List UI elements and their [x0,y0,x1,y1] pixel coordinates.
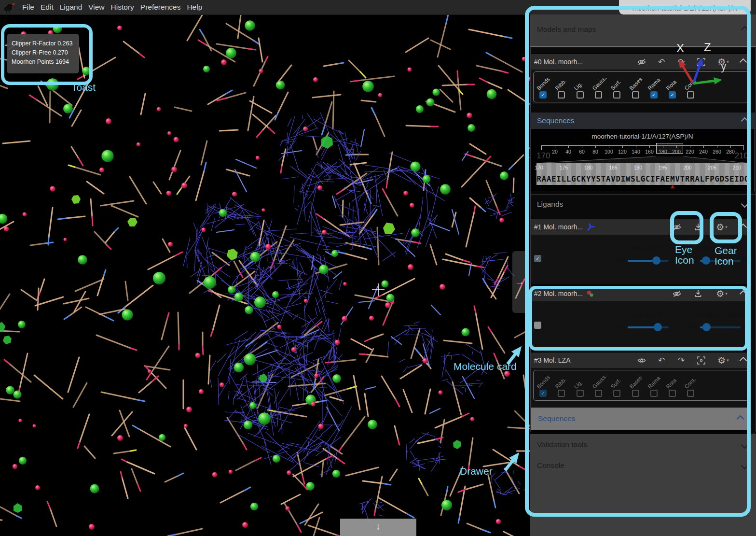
sequence-panel-empty [531,430,751,434]
rep-checkbox-rama[interactable]: ✓ [650,91,658,99]
sequence-residue[interactable]: C [646,163,650,185]
sequence-residue[interactable]: M [670,163,675,185]
menu-item-ligand[interactable]: Ligand [60,3,82,12]
menu-item-help[interactable]: Help [187,3,202,12]
menu-item-file[interactable]: File [22,3,34,12]
download-icon[interactable] [693,290,703,297]
rep-checkbox-bases[interactable] [632,390,639,397]
sequence-residue[interactable]: A [547,163,551,185]
sequence-residue[interactable]: V [675,163,680,185]
sequence-residue[interactable]: L [700,163,704,185]
sequence-residue[interactable]: G [571,163,576,185]
collapse-card-icon[interactable] [740,223,747,231]
card-2-header: #2 Mol. moorh... ⚙▾ [531,286,751,301]
rep-label-bonds: Bonds [536,76,551,91]
ruler-tick [636,146,636,148]
rep-label-cont: Cont. [684,376,697,390]
rep-label-gauss: Gauss. [591,75,607,91]
download-icon[interactable] [693,223,703,231]
sequence-residue[interactable]: T [601,163,605,185]
center-on-molecule-icon[interactable] [696,58,706,66]
ruler-tick-label: 160 [645,149,654,155]
ruler-selection-window[interactable] [656,143,683,154]
card-1-title: #1 Mol. moorh... [534,223,583,231]
bottom-panel-button[interactable]: ↓ [340,519,416,536]
settings-gear-icon[interactable]: ⚙▾ [715,289,729,298]
drawer-collapse-handle[interactable]: → [512,251,527,313]
chevron-up-icon [741,26,749,33]
level-slider-thumb[interactable] [652,256,660,265]
rep-checkbox-bonds[interactable]: ✓ [539,91,547,99]
rep-checkbox-ribb[interactable] [558,91,565,99]
collapse-card-icon[interactable] [740,356,747,364]
radius-slider[interactable] [700,260,741,262]
sequence-residue[interactable]: C [576,163,581,185]
sequence-residue[interactable]: E [551,163,556,185]
rep-checkbox-rota[interactable] [669,390,676,397]
rep-checkbox-bases[interactable] [632,91,639,99]
rep-checkbox-bonds[interactable]: ✓ [539,390,547,397]
rep-label-rama: Rama [646,77,661,91]
rep-checkbox-surf[interactable] [613,91,620,99]
radius-slider-thumb[interactable] [702,256,710,265]
menu-item-edit[interactable]: Edit [41,3,54,12]
sequence-residue[interactable]: S [596,163,601,185]
ruler-tick [622,146,623,148]
divider [530,46,756,47]
sequence-number-label: 175 [560,165,568,170]
sequence-ruler[interactable]: 20406080100120140160180200220240260280 [541,145,744,157]
radius-slider[interactable] [700,326,741,328]
card-3-header: #3 Mol. LZA ↶ ↷ ⚙▾ [531,353,751,368]
accordion-console[interactable]: Console [530,457,756,474]
rep-checkbox-lig[interactable] [577,390,584,397]
undo-icon[interactable]: ↶ [657,356,666,365]
eye-off-icon[interactable] [672,224,682,230]
sequence-residue[interactable]: D [719,163,724,185]
sequence-residue[interactable]: W [626,163,631,185]
settings-gear-icon[interactable]: ⚙▾ [715,223,729,232]
rep-checkbox-ribb[interactable] [558,390,565,397]
ruler-tick [717,146,717,148]
sequence-residue[interactable]: A [695,163,700,185]
sequence-residue[interactable]: I [620,163,625,185]
ruler-tick-label: 40 [565,149,571,155]
redo-icon[interactable]: ↷ [676,58,686,66]
menu-item-view[interactable]: View [88,3,104,12]
accordion-validation-tools[interactable]: Validation tools [530,437,756,453]
redo-icon[interactable]: ↷ [676,356,686,365]
settings-gear-icon[interactable]: ⚙▾ [716,356,730,365]
accordion-sequences[interactable]: Sequences [530,113,756,129]
map-active-checkbox[interactable]: ✓ [534,255,541,262]
rep-checkbox-cont[interactable] [687,91,694,99]
sequence-residue[interactable]: S [725,163,729,185]
rep-checkbox-lig[interactable] [577,91,584,99]
sequence-residue[interactable]: Q [744,163,749,185]
rep-checkbox-rama[interactable] [650,390,658,397]
collapse-card-icon[interactable] [740,290,747,297]
accordion-sequences-card3[interactable]: Sequences [531,408,751,430]
menu-item-preferences[interactable]: Preferences [140,3,181,12]
level-slider[interactable] [628,260,669,262]
settings-gear-icon[interactable]: ⚙▾ [716,57,730,67]
collapse-card-icon[interactable] [740,58,747,66]
ruler-tick [703,146,704,148]
rep-checkbox-cont[interactable] [687,390,694,397]
radius-slider-thumb[interactable] [702,323,711,331]
eye-icon[interactable] [637,357,646,364]
rep-checkbox-rota[interactable]: ✓ [669,91,676,99]
application-window: FileEditLigandViewHistoryPreferencesHelp… [0,0,756,536]
sequence-residue[interactable]: I [650,163,655,185]
level-slider[interactable] [628,326,669,328]
map-active-checkbox[interactable] [534,322,541,329]
undo-icon[interactable]: ↶ [657,58,666,66]
center-on-molecule-icon[interactable] [696,356,706,365]
accordion-models-and-maps[interactable]: Models and maps [530,21,756,38]
rep-checkbox-surf[interactable] [613,390,620,397]
eye-off-icon[interactable] [637,59,646,65]
rep-checkbox-gauss[interactable] [595,390,602,397]
rep-checkbox-gauss[interactable] [595,91,602,99]
eye-off-icon[interactable] [672,291,682,297]
level-slider-thumb[interactable] [654,323,662,331]
menu-item-history[interactable]: History [111,3,134,12]
accordion-ligands[interactable]: Ligands [530,194,756,213]
